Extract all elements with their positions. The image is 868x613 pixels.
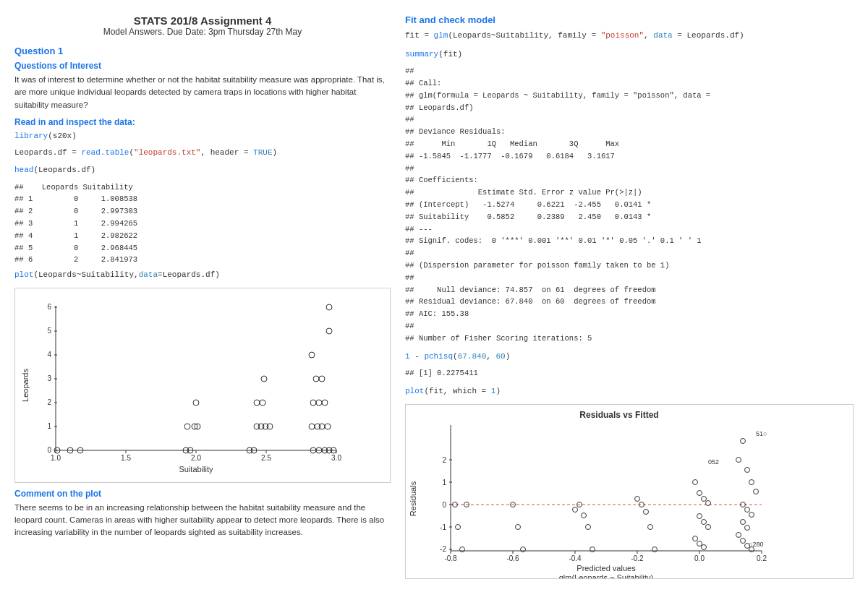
- svg-text:0.2: 0.2: [757, 554, 767, 562]
- svg-point-47: [309, 424, 315, 429]
- svg-text:-0.4: -0.4: [569, 554, 582, 562]
- pchisq-code: 1 - pchisq(67.840, 60): [405, 351, 854, 364]
- svg-point-122: [745, 467, 750, 472]
- svg-point-114: [697, 513, 702, 518]
- svg-text:0: 0: [442, 501, 446, 509]
- plot-code: plot(Leopards~Suitability,data=Leopards.…: [14, 269, 391, 282]
- code-head: head(Leopards.df): [14, 164, 391, 177]
- code-read: Leopards.df = read.table("leopards.txt",…: [14, 147, 391, 160]
- svg-point-127: [749, 512, 754, 517]
- svg-text:1.0: 1.0: [51, 454, 61, 462]
- plot-fit-code: plot(fit, which = 1): [405, 385, 854, 398]
- svg-text:2: 2: [47, 398, 51, 406]
- svg-point-62: [326, 304, 332, 310]
- svg-text:Suitability: Suitability: [179, 465, 213, 473]
- fit-heading: Fit and check model: [405, 14, 854, 25]
- left-column: STATS 201/8 Assignment 4 Model Answers. …: [14, 14, 391, 599]
- svg-point-54: [310, 400, 316, 406]
- svg-point-61: [326, 328, 332, 334]
- svg-point-130: [736, 532, 741, 537]
- svg-text:2.5: 2.5: [261, 454, 271, 462]
- svg-point-46: [267, 424, 273, 429]
- svg-point-110: [693, 479, 698, 484]
- svg-text:4: 4: [47, 351, 51, 359]
- svg-point-51: [193, 400, 199, 406]
- svg-text:3: 3: [47, 374, 51, 382]
- svg-point-120: [736, 457, 741, 462]
- q1-heading: Question 1: [14, 46, 391, 56]
- svg-point-57: [261, 376, 267, 382]
- svg-point-98: [516, 524, 521, 529]
- svg-text:glm(Leopards ~ Suitability): glm(Leopards ~ Suitability): [559, 573, 654, 578]
- svg-text:-0.2: -0.2: [631, 554, 644, 562]
- svg-point-53: [260, 400, 265, 406]
- svg-text:-0.8: -0.8: [444, 554, 457, 562]
- page-title: STATS 201/8 Assignment 4: [14, 14, 391, 27]
- svg-text:0: 0: [47, 446, 51, 454]
- svg-point-116: [706, 524, 711, 529]
- svg-point-50: [325, 424, 331, 429]
- svg-point-117: [693, 536, 698, 541]
- svg-point-118: [697, 541, 702, 546]
- svg-text:-0.6: -0.6: [506, 554, 519, 562]
- scatter-plot: Leopards 0 1 2 3 4 5 6: [14, 288, 391, 483]
- svg-point-128: [741, 519, 746, 524]
- code-library: library(s20x): [14, 130, 391, 143]
- svg-point-60: [309, 352, 315, 358]
- svg-text:Residuals: Residuals: [409, 481, 417, 516]
- svg-text:-1: -1: [440, 523, 446, 531]
- scatter-svg: Leopards 0 1 2 3 4 5 6: [18, 291, 351, 479]
- page-subtitle: Model Answers. Due Date: 3pm Thursday 27…: [14, 27, 391, 37]
- svg-text:Residuals vs Fitted: Residuals vs Fitted: [579, 410, 658, 420]
- svg-point-108: [648, 524, 653, 529]
- svg-text:5: 5: [47, 327, 51, 335]
- svg-point-94: [456, 524, 461, 529]
- q1-subheading: Questions of Interest: [14, 61, 391, 71]
- residuals-svg: Residuals vs Fitted Residuals -2: [406, 405, 789, 578]
- summary-output: ## ## Call: ## glm(formula = Leopards ~ …: [405, 65, 854, 344]
- svg-point-123: [749, 479, 754, 484]
- svg-text:2.0: 2.0: [191, 454, 201, 462]
- comment-heading: Comment on the plot: [14, 489, 391, 499]
- svg-point-40: [184, 424, 190, 429]
- svg-point-129: [745, 525, 750, 530]
- read-heading: Read in and inspect the data:: [14, 117, 391, 127]
- svg-point-59: [319, 376, 325, 382]
- right-column: Fit and check model fit = glm(Leopards~S…: [405, 14, 854, 599]
- svg-text:1.5: 1.5: [121, 454, 131, 462]
- svg-point-102: [582, 513, 587, 518]
- svg-text:0.0: 0.0: [694, 554, 705, 562]
- svg-text:1: 1: [442, 479, 446, 486]
- summary-code: summary(fit): [405, 48, 854, 61]
- svg-point-119: [702, 544, 707, 549]
- svg-point-103: [586, 524, 591, 529]
- fit-code: fit = glm(Leopards~Suitability, family =…: [405, 30, 854, 43]
- q1-body: It was of interest to determine whether …: [14, 74, 391, 111]
- residuals-plot: Residuals vs Fitted Residuals -2: [405, 404, 854, 579]
- svg-text:3.0: 3.0: [331, 454, 341, 462]
- table-output: ## Leopards Suitability ## 1 0 1.008538 …: [14, 181, 391, 267]
- svg-point-105: [635, 496, 640, 501]
- pchisq-result: ## [1] 0.2275411: [405, 367, 854, 380]
- svg-text:052: 052: [708, 458, 719, 466]
- svg-text:Leopards: Leopards: [21, 368, 30, 401]
- svg-point-107: [644, 509, 649, 514]
- svg-text:1: 1: [47, 422, 51, 430]
- svg-text:6: 6: [47, 303, 51, 311]
- svg-point-112: [702, 496, 707, 501]
- comment-body: There seems to be in an increasing relat…: [14, 502, 391, 539]
- svg-point-111: [697, 490, 702, 495]
- svg-point-115: [702, 519, 707, 524]
- svg-point-55: [316, 400, 322, 406]
- svg-point-113: [706, 500, 711, 505]
- svg-point-58: [313, 376, 319, 382]
- svg-text:2: 2: [442, 456, 446, 464]
- title-block: STATS 201/8 Assignment 4 Model Answers. …: [14, 14, 391, 37]
- svg-point-131: [741, 538, 746, 543]
- svg-point-56: [322, 400, 328, 406]
- svg-text:51○: 51○: [756, 430, 767, 437]
- svg-point-126: [745, 507, 750, 512]
- svg-point-121: [741, 438, 746, 443]
- svg-point-124: [754, 489, 759, 494]
- svg-text:Predicted values: Predicted values: [576, 564, 636, 573]
